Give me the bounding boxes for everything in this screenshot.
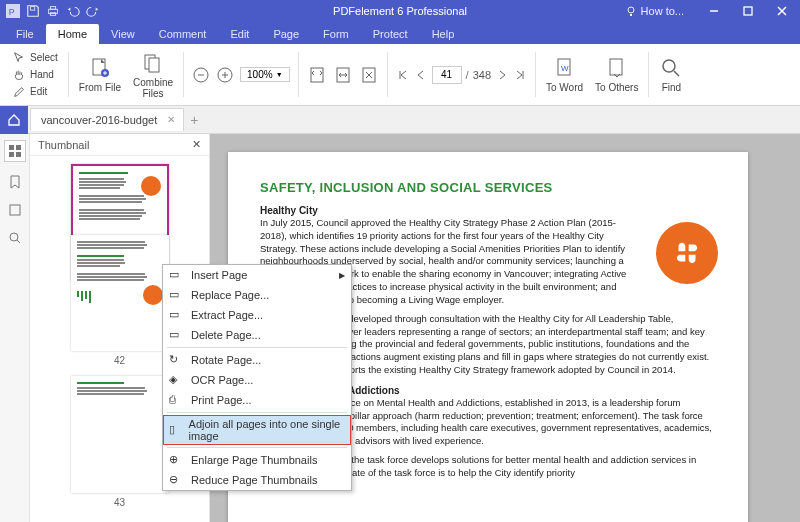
tab-page[interactable]: Page <box>261 24 311 44</box>
zoom-out-button[interactable] <box>192 66 210 84</box>
ctx-delete-page[interactable]: ▭Delete Page... <box>163 325 351 345</box>
close-button[interactable] <box>768 0 796 22</box>
search-panel-icon[interactable] <box>7 230 23 246</box>
thumbnail-label: 43 <box>114 497 125 508</box>
merge-icon: ▯ <box>169 423 181 437</box>
file-tab-close[interactable]: ✕ <box>167 114 175 125</box>
edit-label: Edit <box>30 86 47 97</box>
rotate-icon: ↻ <box>169 353 183 367</box>
svg-rect-4 <box>50 7 55 10</box>
pencil-icon <box>12 85 26 99</box>
maximize-button[interactable] <box>734 0 762 22</box>
side-iconbar <box>0 134 30 522</box>
attachment-icon[interactable] <box>7 202 23 218</box>
cursor-icon <box>12 51 26 65</box>
zoom-value[interactable]: 100% ▼ <box>240 67 290 82</box>
to-word-button[interactable]: W To Word <box>540 46 589 103</box>
save-icon[interactable] <box>26 4 40 18</box>
search-icon <box>659 56 683 80</box>
page-delete-icon: ▭ <box>169 328 183 342</box>
tab-help[interactable]: Help <box>420 24 467 44</box>
howto-label: How to... <box>641 5 684 17</box>
svg-point-20 <box>663 60 675 72</box>
fit-page-button[interactable] <box>307 65 327 85</box>
print-icon[interactable] <box>46 4 60 18</box>
pages-icon <box>141 51 165 75</box>
tab-protect[interactable]: Protect <box>361 24 420 44</box>
home-icon <box>7 113 21 127</box>
howto-link[interactable]: How to... <box>625 5 684 17</box>
thumbnail-close[interactable]: ✕ <box>192 138 201 151</box>
ctx-label: Replace Page... <box>191 289 269 301</box>
add-tab-button[interactable]: + <box>190 112 198 128</box>
svg-rect-7 <box>744 7 752 15</box>
combine-button[interactable]: Combine Files <box>127 46 179 103</box>
file-tab[interactable]: vancouver-2016-budget✕ <box>30 108 184 131</box>
select-label: Select <box>30 52 58 63</box>
ctx-label: Adjoin all pages into one single image <box>189 418 341 442</box>
zoom-in-icon: ⊕ <box>169 453 183 467</box>
edit-tool[interactable]: Edit <box>10 84 60 100</box>
ctx-rotate-page[interactable]: ↻Rotate Page... <box>163 350 351 370</box>
select-tool[interactable]: Select <box>10 50 60 66</box>
home-tile-button[interactable] <box>0 106 28 134</box>
ctx-reduce-thumbnails[interactable]: ⊖Reduce Page Thumbnails <box>163 470 351 490</box>
from-file-button[interactable]: From File <box>73 46 127 103</box>
next-page-button[interactable] <box>495 68 509 82</box>
hand-tool[interactable]: Hand <box>10 67 60 83</box>
ctx-extract-page[interactable]: ▭Extract Page... <box>163 305 351 325</box>
tab-form[interactable]: Form <box>311 24 361 44</box>
zoom-text: 100% <box>247 69 273 80</box>
last-page-button[interactable] <box>513 68 527 82</box>
page-add-icon: ▭ <box>169 268 183 282</box>
titlebar: P PDFelement 6 Professional How to... <box>0 0 800 22</box>
menubar: File Home View Comment Edit Page Form Pr… <box>0 22 800 44</box>
convert-icon <box>605 56 629 80</box>
ctx-adjoin-pages[interactable]: ▯Adjoin all pages into one single image <box>163 415 351 445</box>
page-sep: / <box>466 69 469 81</box>
find-button[interactable]: Find <box>653 46 689 103</box>
hands-graphic <box>656 222 718 284</box>
ctx-label: Insert Page <box>191 269 247 281</box>
fit-width-button[interactable] <box>333 65 353 85</box>
prev-page-button[interactable] <box>414 68 428 82</box>
thumbnails-panel-button[interactable] <box>4 140 26 162</box>
actual-size-button[interactable] <box>359 65 379 85</box>
ctx-label: Print Page... <box>191 394 252 406</box>
to-others-button[interactable]: To Others <box>589 46 644 103</box>
tab-file[interactable]: File <box>4 24 46 44</box>
svg-text:W: W <box>561 64 569 73</box>
thumbnail-page[interactable] <box>71 376 169 493</box>
svg-rect-22 <box>16 145 21 150</box>
page-input[interactable] <box>432 66 462 84</box>
ctx-label: Reduce Page Thumbnails <box>191 474 317 486</box>
tab-home[interactable]: Home <box>46 24 99 44</box>
minimize-button[interactable] <box>700 0 728 22</box>
ctx-enlarge-thumbnails[interactable]: ⊕Enlarge Page Thumbnails <box>163 450 351 470</box>
to-word-label: To Word <box>546 82 583 93</box>
context-menu: ▭Insert Page▶ ▭Replace Page... ▭Extract … <box>162 264 352 491</box>
ocr-icon: ◈ <box>169 373 183 387</box>
app-title: PDFelement 6 Professional <box>333 5 467 17</box>
ctx-ocr-page[interactable]: ◈OCR Page... <box>163 370 351 390</box>
thumbnail-label: 42 <box>114 355 125 366</box>
bookmark-icon[interactable] <box>7 174 23 190</box>
tab-edit[interactable]: Edit <box>218 24 261 44</box>
svg-rect-24 <box>16 152 21 157</box>
undo-icon[interactable] <box>66 4 80 18</box>
ctx-replace-page[interactable]: ▭Replace Page... <box>163 285 351 305</box>
zoom-in-button[interactable] <box>216 66 234 84</box>
find-label: Find <box>662 82 681 93</box>
ribbon: Select Hand Edit From File Combine Files… <box>0 44 800 106</box>
redo-icon[interactable] <box>86 4 100 18</box>
svg-point-6 <box>628 7 634 13</box>
tab-comment[interactable]: Comment <box>147 24 219 44</box>
ctx-print-page[interactable]: ⎙Print Page... <box>163 390 351 410</box>
svg-point-26 <box>10 233 18 241</box>
tab-view[interactable]: View <box>99 24 147 44</box>
thumbnail-page[interactable] <box>71 235 169 352</box>
page-extract-icon: ▭ <box>169 308 183 322</box>
first-page-button[interactable] <box>396 68 410 82</box>
ctx-insert-page[interactable]: ▭Insert Page▶ <box>163 265 351 285</box>
thumb-icon <box>7 143 23 159</box>
